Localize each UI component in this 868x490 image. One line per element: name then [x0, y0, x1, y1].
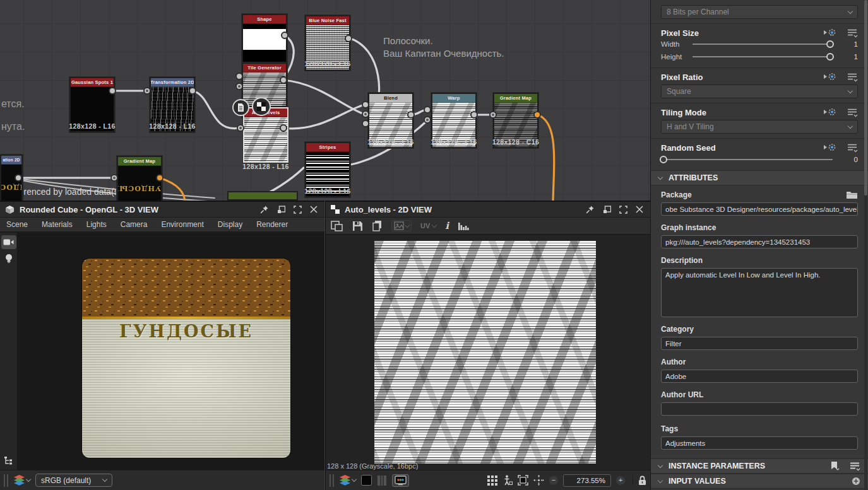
node-input-port[interactable] — [235, 73, 243, 80]
node-output-port[interactable] — [407, 111, 415, 119]
tags-field[interactable]: Adjustments — [661, 436, 858, 450]
menu-camera[interactable]: Camera — [121, 220, 148, 229]
2d-view-titlebar[interactable]: Auto_levels - 2D VIEW — [326, 202, 650, 218]
maximize-button[interactable] — [292, 204, 303, 214]
drag-handle[interactable] — [4, 474, 8, 487]
parameter-menu-icon[interactable] — [850, 462, 860, 471]
height-value[interactable]: 1 — [841, 53, 858, 61]
save-button[interactable] — [352, 221, 363, 231]
uv-mode-button[interactable]: UV — [420, 222, 436, 230]
menu-lights[interactable]: Lights — [86, 220, 107, 229]
node-output-port[interactable] — [470, 111, 478, 119]
histogram-button[interactable] — [458, 221, 469, 231]
node-input-port[interactable] — [110, 174, 118, 182]
expose-parameter-icon[interactable] — [823, 73, 837, 82]
width-slider[interactable] — [693, 44, 833, 45]
node-view-2d-button[interactable] — [252, 97, 271, 116]
bookmark-icon[interactable] — [830, 461, 840, 471]
display-mode-button[interactable] — [392, 474, 409, 487]
mannequin-scale-button[interactable] — [502, 475, 513, 486]
node-input-port[interactable] — [237, 124, 244, 132]
pan-view-button[interactable] — [533, 475, 544, 486]
tile-view-button[interactable] — [487, 475, 497, 486]
colorspace-layers-button[interactable] — [339, 475, 356, 486]
expose-parameter-icon[interactable] — [823, 108, 837, 117]
3d-viewport[interactable]: ГУНДОСЫЕ — [18, 233, 324, 470]
node-input-port[interactable] — [489, 111, 497, 119]
zoom-in-button[interactable]: + — [616, 476, 625, 485]
category-field[interactable]: Filter — [661, 337, 858, 350]
menu-environment[interactable]: Environment — [161, 220, 203, 229]
node-preview-document-button[interactable] — [232, 99, 249, 116]
channels-button[interactable] — [377, 475, 387, 486]
node-output-port[interactable] — [280, 124, 287, 132]
properties-scrollbar[interactable] — [864, 0, 867, 490]
float-window-button[interactable] — [601, 204, 612, 214]
node-output-port[interactable] — [345, 35, 352, 42]
node-auto-levels[interactable]: Auto Levels — [243, 107, 288, 163]
maximize-button[interactable] — [617, 204, 629, 214]
node-output-port[interactable] — [15, 174, 22, 182]
expose-parameter-icon[interactable] — [823, 143, 837, 153]
camera-tool-button[interactable] — [1, 235, 16, 249]
menu-materials[interactable]: Materials — [42, 220, 73, 229]
slider-handle[interactable] — [826, 53, 834, 61]
author-field[interactable]: Adobe — [661, 370, 858, 383]
slider-handle[interactable] — [660, 156, 667, 163]
height-slider[interactable] — [693, 56, 833, 57]
light-tool-button[interactable] — [1, 252, 16, 265]
parameter-menu-icon[interactable] — [847, 28, 858, 38]
slider-handle[interactable] — [826, 40, 834, 48]
expose-parameter-icon[interactable] — [823, 28, 837, 38]
scrollbar-thumb[interactable] — [864, 0, 867, 195]
instance-parameters-header[interactable]: INSTANCE PARAMETERS — [651, 458, 868, 474]
info-button[interactable]: i — [445, 220, 449, 231]
folder-icon[interactable] — [846, 190, 858, 199]
copy-button[interactable] — [372, 220, 383, 231]
node-output-port[interactable] — [189, 87, 196, 95]
node-input-port[interactable] — [362, 120, 369, 127]
close-button[interactable] — [634, 204, 645, 214]
node-shape[interactable]: Shape — [242, 14, 287, 69]
parameter-menu-icon[interactable] — [847, 73, 858, 82]
menu-scene[interactable]: Scene — [6, 220, 28, 229]
node-output-port[interactable] — [156, 174, 163, 182]
3d-view-titlebar[interactable]: Rounded Cube - OpenGL - 3D VIEW — [0, 202, 324, 218]
node-input-port[interactable] — [424, 116, 431, 124]
transform-view-button[interactable] — [391, 220, 412, 231]
width-value[interactable]: 1 — [841, 40, 858, 48]
node-output-port[interactable] — [281, 32, 288, 39]
new-view-button[interactable] — [331, 221, 343, 231]
add-icon[interactable] — [852, 477, 860, 486]
node-output-port[interactable] — [109, 87, 116, 95]
tiling-mode-dropdown[interactable]: H and V Tiling — [661, 120, 858, 134]
description-field[interactable]: Apply automatic Level In Low and Level I… — [661, 268, 858, 317]
fit-view-button[interactable] — [518, 475, 528, 486]
colorspace-dropdown[interactable]: sRGB (default) — [35, 474, 112, 487]
node-input-port[interactable] — [235, 83, 243, 90]
node-input-port[interactable] — [424, 106, 431, 114]
float-window-button[interactable] — [275, 204, 287, 214]
node-output-port[interactable] — [533, 111, 541, 119]
graph-instance-field[interactable]: pkg:///auto_levels?dependency=1345231453 — [661, 235, 858, 248]
pin-button[interactable] — [259, 204, 270, 214]
background-color-swatch[interactable] — [361, 475, 372, 486]
menu-display[interactable]: Display — [218, 220, 242, 229]
zoom-level-field[interactable]: 273.55% — [563, 474, 611, 487]
2d-viewport[interactable]: 128 x 128 (Grayscale, 16bpc) — [326, 235, 650, 470]
colorspace-layers-button[interactable] — [13, 475, 30, 486]
pin-button[interactable] — [585, 204, 596, 214]
node-input-port[interactable] — [362, 110, 369, 118]
node-output-port[interactable] — [280, 76, 287, 84]
zoom-out-button[interactable]: − — [549, 476, 558, 485]
parameter-menu-icon[interactable] — [847, 108, 858, 117]
random-seed-slider[interactable] — [661, 159, 833, 160]
random-seed-value[interactable]: 0 — [841, 156, 858, 163]
scene-tree-button[interactable] — [0, 457, 17, 466]
close-button[interactable] — [308, 204, 319, 214]
menu-renderer[interactable]: Renderer — [256, 220, 288, 229]
lock-zoom-button[interactable] — [633, 475, 646, 486]
parameter-menu-icon[interactable] — [847, 143, 858, 153]
package-path-field[interactable]: obe Substance 3D Designer/resources/pack… — [661, 202, 858, 216]
node-graph-canvas[interactable]: Полосочки. Ваш Капитан Очевидность. ется… — [0, 0, 650, 201]
